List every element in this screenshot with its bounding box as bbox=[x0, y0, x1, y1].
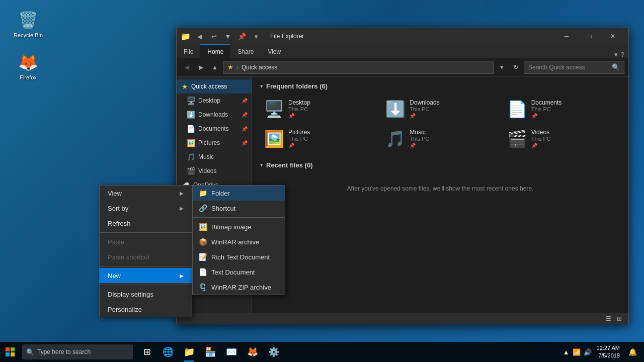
tab-view[interactable]: View bbox=[261, 44, 288, 58]
search-input[interactable] bbox=[528, 64, 612, 71]
context-display-label: Display settings bbox=[108, 291, 153, 298]
folder-pin-downloads: 📌 bbox=[410, 113, 439, 119]
taskbar: 🔍 ⊞ 🌐 📁 🏪 ✉️ 🦊 ⚙️ bbox=[0, 342, 644, 362]
tab-share[interactable]: Share bbox=[230, 44, 261, 58]
task-view-icon: ⊞ bbox=[143, 346, 151, 357]
folder-pin-desktop: 📌 bbox=[288, 113, 310, 119]
sidebar-item-documents[interactable]: 📄 Documents 📌 bbox=[177, 122, 252, 136]
quick-undo-btn[interactable]: ↩ bbox=[208, 30, 220, 42]
folder-pin-videos: 📌 bbox=[531, 143, 551, 148]
folder-item-downloads[interactable]: ⬇️ Downloads This PC 📌 bbox=[381, 96, 499, 122]
taskbar-search-input[interactable] bbox=[37, 348, 129, 355]
taskbar-task-view[interactable]: ⊞ bbox=[137, 342, 157, 362]
folder-item-desktop[interactable]: 🖥️ Desktop This PC 📌 bbox=[260, 96, 377, 122]
context-menu-refresh[interactable]: Refresh bbox=[100, 216, 192, 231]
clock-time: 12:27 AM bbox=[597, 344, 620, 352]
path-star: ★ bbox=[227, 63, 233, 71]
sidebar-item-videos[interactable]: 🎬 Videos bbox=[177, 164, 252, 178]
context-menu-display-settings[interactable]: Display settings bbox=[100, 287, 192, 302]
context-paste-shortcut-label: Paste shortcut bbox=[108, 253, 149, 261]
tab-home[interactable]: Home bbox=[200, 44, 230, 58]
taskbar-items: ⊞ 🌐 📁 🏪 ✉️ 🦊 ⚙️ bbox=[137, 342, 284, 362]
tab-file[interactable]: File bbox=[177, 44, 200, 58]
title-bar-icon: 📁 bbox=[181, 32, 191, 41]
sidebar-item-downloads[interactable]: ⬇️ Downloads 📌 bbox=[177, 108, 252, 122]
firefox-tb-icon: 🦊 bbox=[247, 346, 258, 357]
taskbar-edge[interactable]: 🌐 bbox=[158, 342, 178, 362]
refresh-btn[interactable]: ↻ bbox=[510, 61, 522, 73]
context-menu-sort-by[interactable]: Sort by ▶ bbox=[100, 201, 192, 216]
nav-back-btn[interactable]: ◀ bbox=[181, 61, 193, 73]
notification-icon: 🔔 bbox=[628, 348, 637, 356]
sidebar-item-pictures[interactable]: 🖼️ Pictures 📌 bbox=[177, 136, 252, 150]
edge-icon: 🌐 bbox=[163, 346, 174, 357]
sidebar-item-quick-access[interactable]: ★ Quick access bbox=[177, 79, 252, 94]
context-menu-paste: Paste bbox=[100, 234, 192, 249]
submenu-winrar[interactable]: 📦 WinRAR archive bbox=[193, 234, 285, 249]
context-sort-label: Sort by bbox=[108, 205, 128, 212]
quick-down-btn[interactable]: ▼ bbox=[222, 30, 234, 42]
address-path[interactable]: ★ › Quick access bbox=[223, 61, 494, 74]
ribbon-tab-end: ▾ ? bbox=[614, 51, 628, 58]
taskbar-search[interactable]: 🔍 bbox=[22, 344, 133, 359]
submenu-folder-label: Folder bbox=[211, 190, 230, 197]
quick-access-icon: ★ bbox=[182, 82, 188, 90]
context-menu-view[interactable]: View ▶ bbox=[100, 186, 192, 201]
submenu-text-doc[interactable]: 📄 Text Document bbox=[193, 264, 285, 280]
folder-item-pictures[interactable]: 🖼️ Pictures This PC 📌 bbox=[260, 126, 377, 151]
pin-icon-documents: 📌 bbox=[242, 126, 248, 132]
address-dropdown-btn[interactable]: ▾ bbox=[496, 61, 508, 73]
recent-files-header[interactable]: ▾ Recent files (0) bbox=[260, 161, 620, 169]
context-menu-new[interactable]: New ▶ bbox=[100, 268, 192, 283]
taskbar-firefox[interactable]: 🦊 bbox=[243, 342, 263, 362]
view-grid-btn[interactable]: ⊞ bbox=[614, 314, 624, 324]
sidebar-item-desktop[interactable]: 🖥️ Desktop 📌 bbox=[177, 94, 252, 108]
path-text: Quick access bbox=[242, 64, 277, 71]
view-list-btn[interactable]: ☰ bbox=[603, 314, 613, 324]
volume-icon[interactable]: 🔊 bbox=[584, 348, 592, 356]
chevron-up-icon[interactable]: ▲ bbox=[563, 348, 570, 356]
pin-icon-downloads: 📌 bbox=[242, 112, 248, 118]
network-status-icon[interactable]: 📶 bbox=[573, 348, 581, 356]
submenu-bitmap[interactable]: 🖼️ Bitmap image bbox=[193, 219, 285, 234]
quick-more-btn[interactable]: ▾ bbox=[250, 30, 262, 42]
frequent-folders-header[interactable]: ▾ Frequent folders (6) bbox=[260, 82, 620, 90]
folder-item-music[interactable]: 🎵 Music This PC 📌 bbox=[381, 126, 499, 151]
taskbar-clock[interactable]: 12:27 AM 7/5/2019 bbox=[594, 343, 623, 361]
nav-up-btn[interactable]: ▲ bbox=[209, 61, 221, 73]
recent-files-empty: After you've opened some files, we'll sh… bbox=[260, 175, 620, 202]
ribbon-chevron-down[interactable]: ▾ bbox=[614, 51, 618, 58]
text-doc-submenu-icon: 📄 bbox=[199, 268, 207, 276]
folder-icon-music: 🎵 bbox=[385, 129, 406, 148]
taskbar-store[interactable]: 🏪 bbox=[200, 342, 220, 362]
quick-save-btn[interactable]: ◀ bbox=[194, 30, 206, 42]
ribbon: File Home Share View ▾ ? bbox=[177, 44, 628, 58]
start-button[interactable] bbox=[0, 342, 20, 362]
taskbar-explorer[interactable]: 📁 bbox=[179, 342, 199, 362]
search-icon[interactable]: 🔍 bbox=[612, 63, 620, 71]
folder-sub-downloads: This PC bbox=[410, 106, 439, 112]
sidebar-item-music[interactable]: 🎵 Music bbox=[177, 150, 252, 164]
submenu-rich-text[interactable]: 📝 Rich Text Document bbox=[193, 249, 285, 264]
notification-btn[interactable]: 🔔 bbox=[625, 342, 640, 362]
desktop-icon-firefox[interactable]: 🦊 Firefox bbox=[8, 50, 48, 82]
quick-pin-btn[interactable]: 📌 bbox=[236, 30, 248, 42]
minimize-button[interactable]: ─ bbox=[555, 28, 578, 44]
folder-item-documents[interactable]: 📄 Documents This PC 📌 bbox=[503, 96, 620, 122]
submenu-shortcut[interactable]: 🔗 Shortcut bbox=[193, 201, 285, 216]
search-box: 🔍 bbox=[524, 61, 624, 74]
ribbon-help[interactable]: ? bbox=[621, 51, 624, 58]
maximize-button[interactable]: □ bbox=[578, 28, 601, 44]
close-button[interactable]: ✕ bbox=[601, 28, 624, 44]
taskbar-mail[interactable]: ✉️ bbox=[221, 342, 242, 362]
submenu-winrar-zip[interactable]: 🗜️ WinRAR ZIP archive bbox=[193, 280, 285, 295]
window-title: File Explorer bbox=[270, 33, 555, 40]
context-menu-paste-shortcut: Paste shortcut bbox=[100, 249, 192, 264]
context-menu-personalize[interactable]: Personalize bbox=[100, 302, 192, 317]
folder-item-videos[interactable]: 🎬 Videos This PC 📌 bbox=[503, 126, 620, 151]
nav-forward-btn[interactable]: ▶ bbox=[195, 61, 207, 73]
pin-icon-pictures: 📌 bbox=[242, 140, 248, 146]
taskbar-settings[interactable]: ⚙️ bbox=[264, 342, 284, 362]
submenu-folder[interactable]: 📁 Folder bbox=[193, 186, 285, 201]
desktop-icon-recycle-bin[interactable]: 🗑️ Recycle Bin bbox=[8, 8, 48, 40]
